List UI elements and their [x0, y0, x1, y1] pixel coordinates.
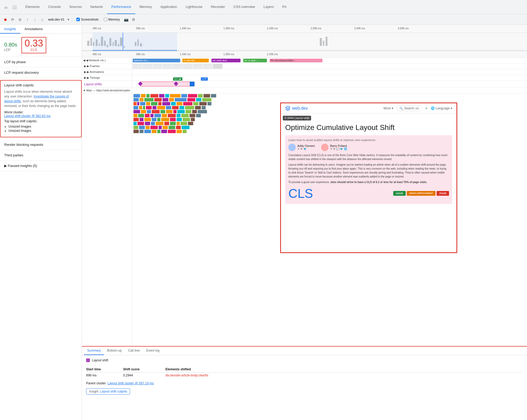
memory-checkbox[interactable] — [104, 18, 107, 21]
download-button[interactable]: ↓ — [32, 16, 38, 23]
svg-rect-25 — [133, 64, 142, 69]
author-1-name: Addy Osmani — [297, 144, 315, 147]
bottom-content: Layout shift Start time Shift score Elem… — [82, 355, 527, 398]
svg-rect-115 — [145, 122, 150, 125]
culprits-list: Unsized Images Unsized Images — [8, 125, 77, 133]
tab-lighthouse[interactable]: Lighthouse — [181, 0, 207, 14]
layout-shift-range[interactable] — [140, 82, 193, 86]
tab-sources[interactable]: Sources — [65, 0, 86, 14]
insight-lcp-by-phase[interactable]: LCP by phase — [0, 57, 82, 67]
svg-rect-1 — [87, 41, 89, 46]
camera-button[interactable]: 📷 — [123, 16, 129, 23]
svg-rect-85 — [160, 110, 165, 113]
insight-badge-row: Insight Layout shift culprits — [86, 388, 523, 395]
track-label-animations[interactable]: ▶ ▶ Animations — [82, 69, 132, 75]
svg-rect-78 — [185, 106, 194, 109]
insight-badge[interactable]: Insight Layout shift culprits — [86, 388, 130, 395]
insight-layout-shift-culprits[interactable]: Layout shift culprits Layout shifts occu… — [0, 80, 82, 137]
culprit-item: Unsized Images — [8, 125, 77, 128]
network-bar-4[interactable]: ce- ⊙ web-… — [243, 59, 267, 62]
svg-rect-103 — [133, 118, 139, 121]
tab-dropdown-arrow[interactable]: ▼ — [67, 18, 70, 21]
track-label-main[interactable]: ▼ Main — https://web.dev/articles/optim — [82, 88, 132, 94]
tab-call-tree[interactable]: Call tree — [125, 347, 143, 355]
insight-render-blocking[interactable]: Render blocking requests — [0, 139, 82, 150]
tab-event-log[interactable]: Event log — [143, 347, 163, 355]
network-bar-5[interactable]: file (developerprofiles-… — [270, 59, 322, 62]
svg-rect-40 — [170, 94, 181, 97]
svg-rect-59 — [146, 102, 150, 105]
screenshots-checkbox[interactable] — [76, 18, 80, 21]
network-bar-2[interactable]: ⊙ web.dev — [182, 59, 209, 62]
tab-network[interactable]: Network — [86, 0, 107, 14]
svg-rect-2 — [90, 38, 92, 46]
svg-rect-118 — [164, 122, 169, 125]
mini-timeline[interactable] — [82, 33, 527, 51]
cell-elements[interactable]: div.devsite-article-body.clearfix — [165, 374, 523, 377]
svg-rect-33 — [213, 64, 222, 69]
svg-rect-84 — [152, 110, 160, 113]
layout-icon[interactable]: ⬜ — [11, 3, 18, 11]
svg-rect-102 — [196, 114, 201, 117]
svg-rect-96 — [154, 114, 161, 117]
insight-lcp-request-title: LCP request discovery — [4, 71, 77, 74]
svg-rect-86 — [166, 110, 173, 113]
cls-section: CLS GOOD NEEDS IMPROVEMENT POOR — [288, 186, 449, 201]
svg-rect-82 — [141, 110, 146, 113]
svg-rect-99 — [177, 114, 181, 117]
tab-recorder[interactable]: Recorder — [207, 0, 229, 14]
tab-memory[interactable]: Memory — [135, 0, 156, 14]
track-contents: Network cls (… ⊙ web.dev ser (web.dev) c… — [132, 58, 527, 346]
author-1: Addy Osmani ✕ ⚙ 🐦 — [288, 144, 315, 151]
settings-button[interactable]: ⚙ — [130, 16, 137, 23]
tab-summary[interactable]: Summary — [84, 347, 104, 355]
track-label-layout-shifts[interactable]: Layout shifts — [82, 81, 132, 88]
screenshots-label: Screenshots — [81, 18, 99, 21]
home-button[interactable]: ⌂ — [39, 16, 45, 23]
insight-third-parties[interactable]: Third parties — [0, 150, 82, 161]
layout-shift-selected[interactable] — [190, 82, 195, 86]
svg-rect-77 — [179, 106, 184, 109]
insight-lcp-request[interactable]: LCP request discovery — [0, 67, 82, 78]
tab-application[interactable]: Application — [156, 0, 182, 14]
svg-rect-105 — [144, 118, 151, 121]
tab-elements[interactable]: Elements — [21, 0, 44, 14]
track-label-network[interactable]: ◀ ◀ Network cls ( — [82, 58, 132, 63]
svg-rect-61 — [158, 102, 161, 105]
screenshots-checkbox-group: Screenshots — [76, 18, 99, 21]
tab-performance[interactable]: Performance — [107, 0, 135, 14]
svg-rect-134 — [144, 130, 151, 133]
tab-insights[interactable]: Insights — [0, 25, 20, 34]
svg-rect-100 — [181, 114, 189, 117]
nav-tabs: Elements Console Sources Network Perform… — [21, 0, 291, 14]
svg-rect-112 — [191, 118, 195, 121]
track-label-timings[interactable]: ▶ ▶ Timings — [82, 75, 132, 81]
dock-icon[interactable]: ⚏ — [2, 3, 10, 11]
main-thread-flame-area — [82, 94, 132, 157]
tab-bottom-up[interactable]: Bottom-up — [104, 347, 125, 355]
svg-rect-135 — [152, 130, 156, 133]
tab-annotations[interactable]: Annotations — [20, 25, 47, 34]
track-label-frames[interactable]: ▶ ▶ Frames — [82, 63, 132, 69]
worst-cluster-link[interactable]: Layout shift cluster @ 582.83 ms — [4, 114, 50, 118]
record-reload-button[interactable]: ⟳ — [10, 16, 16, 23]
network-bar-3[interactable]: ser (web.dev) — [211, 59, 241, 62]
upload-button[interactable]: ↑ — [24, 16, 31, 23]
svg-rect-128 — [163, 126, 168, 129]
svg-rect-68 — [207, 102, 211, 105]
passed-insights[interactable]: ▶ Passed insights (5) — [0, 161, 82, 171]
ruler-tick: 3,996 ms — [398, 27, 409, 30]
tab-pri[interactable]: Pri — [278, 0, 291, 14]
lcp-label: LCP — [4, 48, 17, 52]
record-button[interactable]: ⏺ — [2, 16, 8, 23]
parent-cluster-link[interactable]: Layout shift cluster @ 587.19 ms — [108, 381, 154, 385]
clear-button[interactable]: ⊘ — [17, 16, 23, 23]
right-panel: 496 ms 996 ms 1,496 ms 1,996 ms 2,496 ms… — [82, 25, 527, 420]
svg-rect-124 — [139, 126, 145, 129]
svg-rect-137 — [161, 130, 167, 133]
tab-layers[interactable]: Layers — [259, 0, 278, 14]
tab-console[interactable]: Console — [44, 0, 65, 14]
network-bar-1[interactable]: Network cls (… — [133, 59, 180, 62]
top-culprits-info: Top layout shift culprits: Unsized Image… — [4, 119, 77, 133]
tab-css-overview[interactable]: CSS overview — [229, 0, 259, 14]
